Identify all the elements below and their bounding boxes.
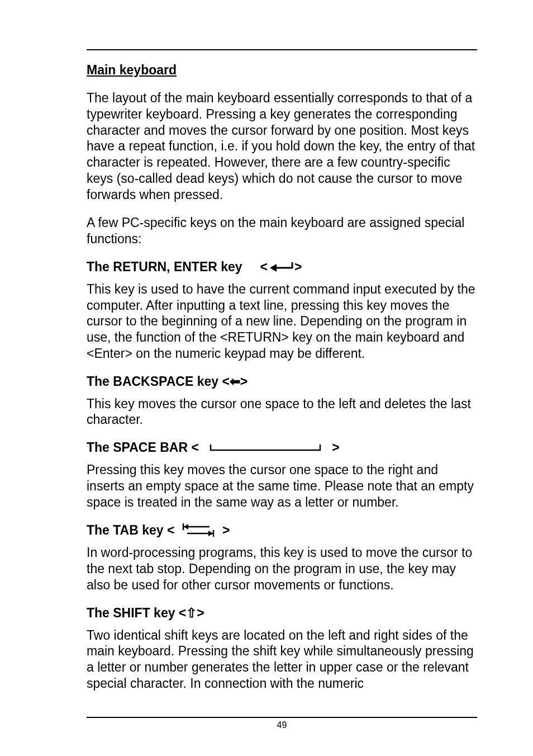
return-heading-suffix: > [294,259,302,275]
spacebar-heading-prefix: The SPACE BAR < [87,440,210,455]
shift-key-body: Two identical shift keys are located on … [87,627,477,692]
section-title: Main keyboard [87,63,477,78]
return-key-icon [268,261,294,272]
shift-heading-text: The SHIFT key <⇧> [87,606,204,621]
bottom-horizontal-rule [87,717,477,718]
page-content: Main keyboard The layout of the main key… [0,0,533,726]
return-key-body: This key is used to have the current com… [87,281,477,362]
intro-paragraph-2: A few PC-specific keys on the main keybo… [87,215,477,247]
page-number: 49 [87,720,477,730]
spacebar-key-heading: The SPACE BAR < > [87,440,477,455]
spacebar-key-body: Pressing this key moves the cursor one s… [87,462,477,510]
shift-key-heading: The SHIFT key <⇧> [87,606,477,621]
backspace-key-body: This key moves the cursor one space to t… [87,396,477,428]
return-heading-prefix: The RETURN, ENTER key < [87,259,268,275]
tab-key-body: In word-processing programs, this key is… [87,545,477,593]
tab-key-icon [182,522,215,538]
tab-key-heading: The TAB key < > [87,522,477,538]
tab-heading-suffix: > [215,523,230,538]
backspace-heading-text: The BACKSPACE key <⬅> [87,374,248,389]
tab-heading-prefix: The TAB key < [87,523,182,538]
page-footer: 49 [87,717,477,730]
spacebar-icon [210,443,321,452]
spacebar-heading-suffix: > [321,440,340,455]
backspace-key-heading: The BACKSPACE key <⬅> [87,374,477,389]
top-horizontal-rule [87,49,477,50]
intro-paragraph-1: The layout of the main keyboard essentia… [87,90,477,202]
return-key-heading: The RETURN, ENTER key < > [87,259,477,275]
